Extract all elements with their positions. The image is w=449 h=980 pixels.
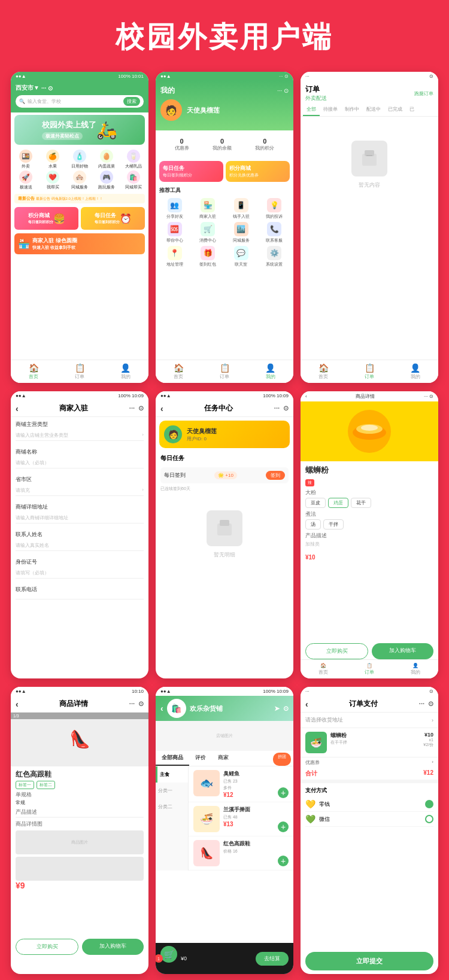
tab-delivering[interactable]: 配送中 bbox=[363, 104, 384, 116]
points-mall-btn[interactable]: 积分商城 积分兑换优惠券 bbox=[226, 161, 290, 182]
add-shoes-btn[interactable]: + bbox=[278, 856, 289, 866]
add-fish-btn[interactable]: + bbox=[278, 787, 289, 798]
tool-redpack[interactable]: 🎁 签到红包 bbox=[193, 246, 224, 267]
buy-now-btn-7[interactable]: 立即购买 bbox=[16, 939, 78, 955]
tab-orders-6[interactable]: 📋 订单 bbox=[347, 663, 393, 675]
cat-city[interactable]: 🏘️ 同城服务 bbox=[67, 171, 93, 190]
tab-merchant[interactable]: 商家 bbox=[212, 751, 235, 766]
tab-profile-3[interactable]: 👤 我的 bbox=[392, 363, 438, 380]
cat-sub1[interactable]: 分类一 bbox=[156, 783, 188, 799]
tab-orders-3[interactable]: 📋 订单 bbox=[347, 363, 393, 380]
tool-help[interactable]: 🆘 帮你中心 bbox=[159, 222, 190, 244]
screen-task-center: ●●▲ 100% 10:09 ‹ 任务中心 ··· ⊙ 🧑 天使臭榴莲 用户ID… bbox=[156, 391, 293, 678]
points-mall-banner[interactable]: 积分商城 每日签到积积分 🍔 bbox=[14, 207, 78, 230]
field-contact: 联系人姓名 请输入真实姓名 bbox=[16, 531, 144, 551]
total-label: 合计 bbox=[305, 769, 317, 778]
tool-consume[interactable]: 🛒 消费中心 bbox=[193, 222, 224, 244]
tool-service[interactable]: 📞 联系客服 bbox=[259, 222, 290, 244]
daily-task-btn[interactable]: 每日任务 每日签到领积分 bbox=[159, 161, 223, 182]
back-icon-9[interactable]: ‹ bbox=[305, 699, 308, 709]
payment-wechat[interactable]: 💚 微信 bbox=[305, 812, 433, 827]
back-icon-4[interactable]: ‹ bbox=[16, 404, 19, 413]
tab-cancelled[interactable]: 已 bbox=[406, 104, 418, 116]
add-cart-btn-7[interactable]: 加入购物车 bbox=[82, 939, 144, 955]
tab-home-3-label: 首页 bbox=[318, 373, 328, 380]
field-name-input[interactable]: 请输入（必填） bbox=[16, 458, 144, 468]
checkout-btn[interactable]: 去结算 bbox=[256, 952, 289, 966]
tab-orders-1[interactable]: 📋 订单 bbox=[57, 363, 103, 380]
opt-jidan[interactable]: 鸡蛋 bbox=[328, 498, 348, 508]
tab-reviews[interactable]: 评价 bbox=[189, 751, 212, 766]
add-noodle-btn[interactable]: + bbox=[278, 821, 289, 832]
tab-making[interactable]: 制作中 bbox=[341, 104, 363, 116]
tool-chat[interactable]: 💬 联天室 bbox=[226, 246, 257, 267]
order-item-price: ¥10 bbox=[423, 732, 433, 738]
tool-qian[interactable]: 📱 钱手入驻 bbox=[226, 198, 257, 220]
close-icon-5: ⊙ bbox=[283, 404, 289, 412]
tool-settings[interactable]: ⚙️ 系统设置 bbox=[259, 246, 290, 267]
tab-pending[interactable]: 待接单 bbox=[320, 104, 341, 116]
add-cart-btn-6[interactable]: 加入购物车 bbox=[372, 643, 433, 659]
checkin-button[interactable]: 签到 bbox=[266, 471, 285, 480]
merchant-banner[interactable]: 🏪 商家入驻 绿色圆圈 快速入驻 收益拿到手软 bbox=[14, 233, 145, 254]
field-address-input[interactable]: 请输入商铺详细详细地址 bbox=[16, 513, 144, 524]
search-button[interactable]: 搜索 bbox=[123, 97, 140, 106]
cat-main[interactable]: 主食 bbox=[156, 766, 188, 783]
tab-profile-1[interactable]: 👤 我的 bbox=[102, 363, 148, 380]
address-selector[interactable]: 请选择收货地址 › bbox=[301, 713, 438, 728]
cat-express[interactable]: 🚀 极速送 bbox=[13, 171, 39, 190]
cat-dairy[interactable]: 🥛 大桶乳品 bbox=[120, 150, 146, 169]
back-icon-5[interactable]: ‹ bbox=[160, 404, 163, 413]
field-phone-input[interactable] bbox=[16, 595, 144, 599]
tab-all-products[interactable]: 全部商品 bbox=[156, 751, 189, 766]
tool-complaint[interactable]: 💡 我的投诉 bbox=[259, 198, 290, 220]
cat-shop[interactable]: 🛍️ 同城帮买 bbox=[120, 171, 146, 190]
buy-now-btn-6[interactable]: 立即购买 bbox=[305, 643, 368, 659]
submit-order-btn[interactable]: 立即提交 bbox=[305, 952, 433, 970]
location-text: 西安市▼ bbox=[16, 84, 40, 92]
favorite-icon-8: ⊙ bbox=[283, 705, 289, 713]
payment-cash[interactable]: 💛 零钱 bbox=[305, 797, 433, 812]
search-bar[interactable]: 🔍 输入食堂、学校 搜索 bbox=[16, 95, 144, 108]
opt-huagan[interactable]: 花干 bbox=[351, 498, 371, 508]
back-icon-7[interactable]: ‹ bbox=[16, 699, 19, 709]
shop-name-info: 欢乐杂货铺 bbox=[190, 704, 223, 713]
cat-egg[interactable]: 🥚 内蛋蔬菜 bbox=[93, 150, 119, 169]
tab-profile-2[interactable]: 👤 我的 bbox=[247, 363, 293, 380]
location-selector[interactable]: 西安市▼ ··· ⊙ bbox=[16, 84, 144, 92]
tool-merchant[interactable]: 🏪 商家入驻 bbox=[193, 198, 224, 220]
shop-name: 欢乐杂货铺 bbox=[190, 704, 223, 713]
stat-balance: 0 我的余额 bbox=[213, 138, 232, 151]
tab-home-3[interactable]: 🏠 首页 bbox=[301, 363, 347, 380]
tool-address[interactable]: 📍 地址管理 bbox=[159, 246, 190, 267]
tool-share[interactable]: 👥 分享好友 bbox=[159, 198, 190, 220]
cat-daily[interactable]: 🧴 日用好物 bbox=[67, 150, 93, 169]
opt-ganban[interactable]: 干拌 bbox=[323, 519, 344, 529]
field-contact-input[interactable]: 请输入真实姓名 bbox=[16, 540, 144, 551]
tab-home-2[interactable]: 🏠 首页 bbox=[156, 363, 202, 380]
tab-all[interactable]: 全部 bbox=[303, 104, 320, 116]
tab-home-1[interactable]: 🏠 首页 bbox=[11, 363, 57, 380]
cat-sub2[interactable]: 分类二 bbox=[156, 799, 188, 815]
field-region-input[interactable]: 请填充 › bbox=[16, 485, 144, 496]
tab-profile-6[interactable]: 👤 我的 bbox=[392, 663, 438, 675]
tab-orders-2[interactable]: 📋 订单 bbox=[202, 363, 248, 380]
opt-tang[interactable]: 汤 bbox=[305, 519, 321, 529]
tab-profile-6-label: 我的 bbox=[411, 669, 420, 675]
daily-task-banner[interactable]: 每日任务 每日签到积积分 ⏰ bbox=[81, 207, 145, 230]
cat-fruit[interactable]: 🍊 水果 bbox=[40, 150, 66, 169]
cat-waimai[interactable]: 🍱 外卖 bbox=[13, 150, 39, 169]
cash-radio[interactable] bbox=[425, 800, 433, 808]
tab-home-6[interactable]: 🏠 首页 bbox=[301, 663, 347, 675]
cart-icon-8[interactable]: 🛒 bbox=[160, 946, 177, 963]
group-buy-toggle[interactable]: 拼团 bbox=[273, 753, 291, 766]
tab-done[interactable]: 已完成 bbox=[384, 104, 406, 116]
opt-doupi[interactable]: 豆皮 bbox=[305, 498, 326, 508]
field-id-input[interactable]: 请填写（必填） bbox=[16, 568, 144, 579]
cat-game[interactable]: 🎮 跑玩服务 bbox=[93, 171, 119, 190]
wechat-radio[interactable] bbox=[425, 815, 433, 823]
tool-cityservice[interactable]: 🏙️ 同城服务 bbox=[226, 222, 257, 244]
cat-helpbuy[interactable]: ❤️ 我帮买 bbox=[40, 171, 66, 190]
cook-options: 汤 干拌 bbox=[305, 519, 433, 529]
field-type-input[interactable]: 请输入店铺主营业务类型 › bbox=[16, 430, 144, 441]
